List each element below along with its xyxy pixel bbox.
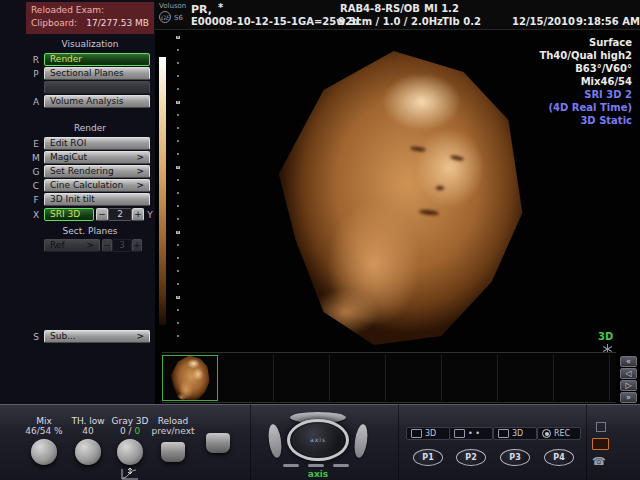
sri-plus-button[interactable]: + [132,208,144,221]
ultrasound-app: Reloaded Exam: Clipboard: 17/277.53 MB V… [0,0,640,480]
gray3d-value: 0 / 0 [106,426,154,436]
chevron-right-icon: > [136,166,144,177]
clip-playback-controls: « ◁ ▷ » [620,356,637,404]
filmstrip-slot-empty [498,355,554,401]
panel-seam [250,404,251,480]
gray3d-knob-group: Gray 3D 0 / 0 [106,416,154,480]
trackball-indicator-dash [308,464,324,467]
patient-id: PR, [191,3,212,16]
tib-value: TIb 0.2 [442,16,481,27]
overlay-4d-realtime: (4D Real Time) [549,101,632,114]
depth-ruler-ticks [177,36,179,344]
chevron-right-icon: > [136,180,144,191]
status-square-icon [596,422,606,432]
jump-first-button[interactable]: « [620,356,637,367]
monitor-icon [411,429,422,438]
edit-roi-button[interactable]: Edit ROI [44,137,150,150]
phone-icon: ☎ [592,455,606,468]
patient-mark: * [218,2,223,13]
key-label-e: E [30,139,42,149]
threshold-label: TH. low [64,416,112,426]
cine-calculation-button[interactable]: Cine Calculation > [44,179,150,192]
exam-status-panel: Reloaded Exam: Clipboard: 17/277.53 MB [26,2,154,34]
eye-shadow-right [449,155,464,162]
step-back-button[interactable]: ◁ [620,368,637,379]
ref-minus-button: − [102,239,112,252]
monitor-icon [454,429,465,438]
ref-value: 3 [112,239,132,252]
key-label-s: S [30,332,42,342]
chevron-right-icon: > [136,152,144,163]
p4-button[interactable]: P4 [544,449,574,466]
depth-freq-value: 9.3cm / 1.0 / 2.0Hz [338,16,434,27]
brand-name: Voluson [159,2,186,10]
sri-3d-button[interactable]: SRI 3D [44,208,94,221]
nostril-shadow [436,186,444,190]
threshold-knob[interactable] [75,439,101,465]
spare-flip-knob[interactable] [206,433,230,453]
gray3d-knob[interactable] [117,439,143,465]
time-value: 9:18:56 AM [576,16,640,27]
p1-button[interactable]: P1 [413,449,443,466]
probe-label: RAB4-8-RS/OB [340,3,412,14]
trackball-indicator-dash [333,464,349,467]
key-label-m: M [30,153,42,163]
sri-minus-button[interactable]: − [96,208,108,221]
date-value: 12/15/2010 [512,16,575,27]
eye-shadow-left [410,146,426,152]
step-forward-button[interactable]: ▷ [620,380,637,391]
magicut-button[interactable]: MagiCut > [44,151,150,164]
set-rendering-button[interactable]: Set Rendering > [44,165,150,178]
mouth-shadow [419,209,439,216]
jump-last-button[interactable]: » [620,392,637,403]
monitor-icon [498,429,509,438]
exam-id: E00008-10-12-15-1 [191,16,298,27]
ref-plus-button: + [132,239,142,252]
key-label-g: G [30,167,42,177]
visualization-title: Visualization [26,39,154,49]
sri-value: 2 [108,208,132,221]
threshold-value: 40 [64,426,112,436]
trackball-center-label: axis [310,436,326,443]
rec-indicator: REC [537,427,581,440]
reload-label: Reload [149,416,197,426]
clip-filmstrip [162,352,616,403]
mode-3d-badge: 3D [598,331,613,342]
volume-analysis-button[interactable]: Volume Analysis [44,95,150,108]
reload-flip-knob[interactable] [161,442,185,462]
clipboard-value: 17/277.53 MB [86,18,149,28]
sub-menu-button[interactable]: Sub... > [44,330,150,343]
left-control-sidebar: Reloaded Exam: Clipboard: 17/277.53 MB V… [0,0,155,404]
p1-indicator: 3D [406,427,450,440]
mix-label: Mix [20,416,68,426]
sect-planes-title: Sect. Planes [26,226,154,236]
trackball[interactable]: axis [294,425,342,455]
p2-button[interactable]: P2 [456,449,486,466]
p3-button[interactable]: P3 [500,449,530,466]
key-label-p: P [30,69,42,79]
filmstrip-slot-empty [442,355,498,401]
monitor-status-icon [592,438,609,450]
clipboard-label: Clipboard: [31,18,77,28]
panel-seam [398,404,399,480]
mix-knob[interactable] [31,439,57,465]
init-tilt-button[interactable]: 3D Init tilt [44,193,150,206]
overlay-sri: SRI 3D 2 [584,88,632,101]
overlay-render-mode: Surface [589,36,632,49]
render-mode-button[interactable]: Render [44,53,150,66]
ref-plane-dropdown: Ref > [44,239,100,252]
gray3d-label: Gray 3D [106,416,154,426]
gray3d-accent-value: 0 [134,426,140,436]
key-label-c: C [30,181,42,191]
thumbnail-render [168,355,213,401]
ge-logo: GE [159,11,171,23]
filmstrip-thumbnail-selected[interactable] [162,355,218,401]
overlay-threshold-quality: Th40/Qual high2 [539,49,632,62]
reload-value: prev/next [149,426,197,436]
brand-model: S6 [174,14,183,22]
sectional-planes-button[interactable]: Sectional Planes [44,67,150,80]
render-section-title: Render [26,123,154,133]
sepia-colormap-bar [159,57,166,325]
mi-value: MI 1.2 [424,3,459,14]
filmstrip-slot-empty [554,355,610,401]
